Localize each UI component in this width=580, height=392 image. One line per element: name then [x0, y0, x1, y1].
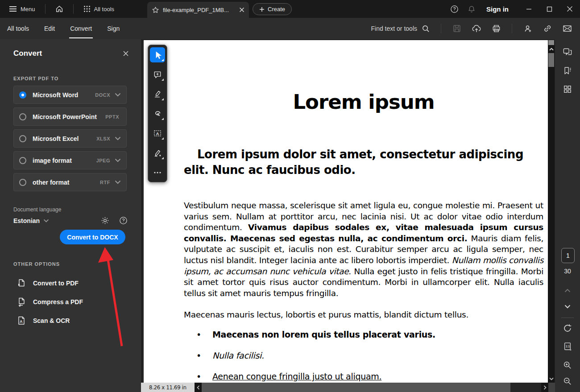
more-tools-button[interactable]	[150, 165, 165, 180]
close-window-button[interactable]	[559, 0, 580, 18]
radio-icon[interactable]	[19, 135, 26, 142]
document-heading: Lorem ipsum dolor sit amet, consectetur …	[184, 147, 543, 178]
current-page-input[interactable]: 1	[561, 248, 575, 263]
chevron-down-icon[interactable]	[115, 93, 121, 97]
option-microsoft-powerpoint[interactable]: Microsoft PowerPoint PPTX	[13, 107, 127, 126]
convert-to-pdf-item[interactable]: Convert to PDF	[17, 278, 79, 288]
main-toolbar: All tools Edit Convert Sign Find text or…	[0, 18, 580, 39]
highlight-tool-button[interactable]	[150, 87, 165, 102]
scrollbar-corner	[548, 383, 555, 392]
notifications-bell-icon[interactable]	[468, 5, 476, 13]
scrollbar-top-cap[interactable]	[548, 40, 554, 45]
option-label: Microsoft PowerPoint	[33, 113, 105, 120]
option-format: DOCX	[95, 92, 110, 98]
radio-selected-icon[interactable]	[19, 91, 26, 99]
minimize-button[interactable]	[518, 0, 539, 18]
add-comment-tool-button[interactable]	[150, 67, 165, 82]
compress-pdf-item[interactable]: Compress a PDF	[17, 297, 83, 307]
chevron-down-icon[interactable]	[115, 136, 121, 140]
select-tool-button[interactable]	[150, 47, 165, 62]
comments-panel-button[interactable]	[559, 44, 576, 60]
rotate-page-button[interactable]	[559, 320, 576, 336]
fill-sign-tool-button[interactable]	[150, 145, 165, 161]
option-microsoft-excel[interactable]: Microsoft Excel XLSX	[13, 129, 127, 148]
ellipsis-icon	[153, 171, 162, 174]
other-item-label: Scan & OCR	[33, 317, 70, 324]
find-text-label: Find text or tools	[371, 25, 418, 32]
home-button[interactable]	[52, 2, 67, 16]
help-circle-icon[interactable]	[119, 216, 128, 225]
scroll-left-icon[interactable]	[195, 383, 202, 392]
hamburger-icon	[9, 6, 17, 12]
option-format: RTF	[100, 180, 110, 185]
page-display-button[interactable]: 1:1	[559, 338, 576, 355]
star-icon[interactable]	[152, 6, 159, 14]
acrobat-window: Menu All tools file-example_PDF_1MB...	[0, 0, 580, 392]
quick-tools-rail: A	[148, 45, 167, 182]
radio-icon[interactable]	[19, 179, 26, 186]
export-section-label: EXPORT PDF TO	[0, 59, 141, 86]
draw-tool-button[interactable]	[150, 106, 165, 121]
divider	[73, 4, 74, 14]
sign-in-button[interactable]: Sign in	[486, 5, 509, 13]
option-image-format[interactable]: image format JPEG	[13, 151, 127, 169]
scroll-up-icon[interactable]	[548, 46, 555, 52]
tab-edit[interactable]: Edit	[44, 18, 55, 39]
upload-cloud-button[interactable]	[469, 21, 484, 36]
chevron-down-icon[interactable]	[115, 158, 121, 162]
help-icon[interactable]	[450, 5, 459, 13]
bookmarks-panel-button[interactable]	[559, 63, 576, 79]
scan-ocr-item[interactable]: A Scan & OCR	[17, 316, 70, 326]
zoom-out-button[interactable]	[559, 373, 576, 389]
pdf-page[interactable]: Lorem ipsum Lorem ipsum dolor sit amet, …	[144, 40, 548, 383]
chevron-down-icon[interactable]	[43, 219, 49, 223]
option-label: other format	[33, 179, 100, 186]
previous-page-button[interactable]	[559, 282, 576, 298]
create-button[interactable]: Create	[253, 3, 292, 15]
convert-to-pdf-icon	[17, 278, 26, 288]
all-tools-button[interactable]: All tools	[80, 3, 118, 15]
settings-gear-icon[interactable]	[101, 216, 109, 225]
print-button[interactable]	[489, 21, 504, 36]
sign-pen-icon	[153, 149, 162, 157]
option-format: JPEG	[96, 158, 110, 163]
next-page-button[interactable]	[559, 298, 576, 314]
chevron-down-icon[interactable]	[115, 180, 121, 184]
option-other-format[interactable]: other format RTF	[13, 173, 127, 191]
email-button[interactable]	[559, 21, 575, 36]
tab-close-icon[interactable]	[239, 7, 244, 12]
scroll-right-icon[interactable]	[541, 383, 548, 392]
tab-convert[interactable]: Convert	[70, 18, 92, 39]
search-icon	[422, 25, 430, 33]
vertical-scrollbar[interactable]	[548, 40, 555, 383]
tab-all-tools[interactable]: All tools	[7, 18, 29, 39]
right-sidebar: 1 30 1:1	[555, 39, 580, 392]
menu-button[interactable]: Menu	[5, 3, 39, 15]
convert-panel: Convert EXPORT PDF TO Microsoft Word DOC…	[0, 39, 141, 392]
divider	[45, 4, 46, 14]
share-link-button[interactable]	[540, 21, 555, 36]
find-text-field[interactable]: Find text or tools	[371, 25, 433, 33]
svg-text:1:1: 1:1	[566, 345, 570, 348]
scroll-down-icon[interactable]	[548, 375, 555, 382]
radio-icon[interactable]	[19, 113, 26, 120]
panel-title: Convert	[13, 49, 42, 58]
tab-sign[interactable]: Sign	[107, 18, 120, 39]
list-item: Nulla facilisi.	[196, 351, 543, 360]
radio-icon[interactable]	[19, 157, 26, 164]
language-dropdown[interactable]: Estonian	[13, 217, 40, 224]
convert-to-docx-button[interactable]: Convert to DOCX	[60, 230, 125, 244]
edit-text-tool-button[interactable]: A	[150, 126, 165, 141]
horizontal-scrollbar-thumb[interactable]	[202, 383, 510, 392]
request-signature-button[interactable]	[520, 21, 535, 36]
page-thumbnails-button[interactable]	[559, 81, 576, 97]
vertical-scrollbar-thumb[interactable]	[548, 53, 554, 67]
maximize-button[interactable]	[539, 0, 559, 18]
panel-close-icon[interactable]	[120, 48, 131, 59]
option-microsoft-word[interactable]: Microsoft Word DOCX	[13, 86, 127, 104]
lasso-draw-icon	[153, 110, 162, 118]
horizontal-scrollbar[interactable]	[202, 383, 541, 392]
document-tab[interactable]: file-example_PDF_1MB...	[147, 2, 249, 18]
option-format: PPTX	[105, 114, 119, 120]
zoom-in-button[interactable]	[559, 357, 576, 373]
